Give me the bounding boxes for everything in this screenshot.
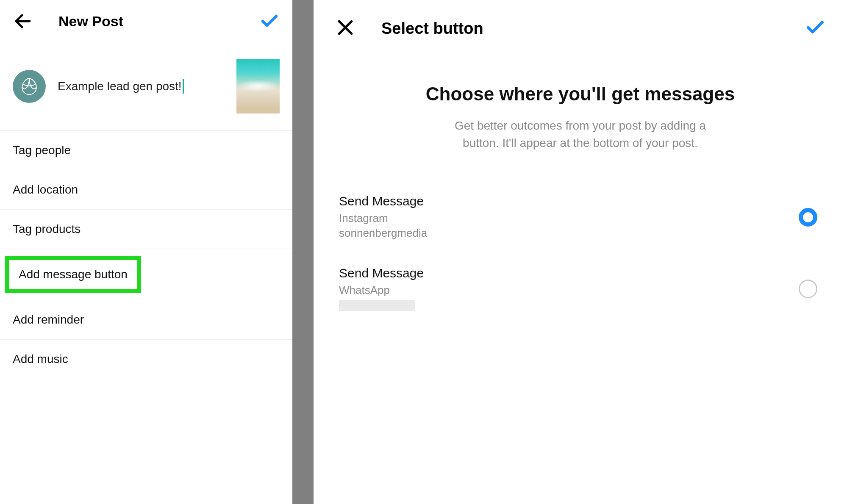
avatar[interactable] xyxy=(13,70,46,103)
back-button[interactable] xyxy=(13,11,33,32)
header: Select button xyxy=(314,0,847,53)
confirm-button[interactable] xyxy=(259,11,280,32)
row-add-location[interactable]: Add location xyxy=(0,170,292,210)
row-label: Add reminder xyxy=(13,313,84,326)
page-title: New Post xyxy=(58,13,123,30)
row-label: Add location xyxy=(13,183,78,196)
arrow-left-icon xyxy=(13,11,33,32)
redacted-account xyxy=(339,300,415,311)
choice-platform: Instagram xyxy=(339,211,799,226)
check-icon xyxy=(259,11,280,32)
row-add-message-button-container: Add message button xyxy=(0,249,292,300)
row-add-message-button[interactable]: Add message button xyxy=(5,256,141,293)
compose-row: Example lead gen post! xyxy=(0,42,292,131)
choice-info: Send Message Instagram sonnenbergmedia xyxy=(339,194,799,241)
choice-list: Send Message Instagram sonnenbergmedia S… xyxy=(339,181,822,324)
header: New Post xyxy=(0,0,292,42)
section-subtext: Get better outcomes from your post by ad… xyxy=(445,117,716,152)
panel-divider xyxy=(292,0,314,504)
section-heading: Choose where you'll get messages xyxy=(339,82,822,105)
choice-account: sonnenbergmedia xyxy=(339,226,799,241)
choice-info: Send Message WhatsApp xyxy=(339,266,799,311)
row-tag-people[interactable]: Tag people xyxy=(0,131,292,170)
choice-platform: WhatsApp xyxy=(339,283,799,298)
select-button-screen: Select button Choose where you'll get me… xyxy=(314,0,847,504)
row-add-reminder[interactable]: Add reminder xyxy=(0,300,292,340)
close-icon xyxy=(335,17,356,38)
body: Choose where you'll get messages Get bet… xyxy=(314,53,847,324)
page-title: Select button xyxy=(381,19,483,38)
choice-title: Send Message xyxy=(339,194,799,208)
radio-unselected[interactable] xyxy=(799,280,817,298)
row-add-music[interactable]: Add music xyxy=(0,340,292,379)
text-cursor xyxy=(183,79,184,94)
radio-selected[interactable] xyxy=(799,208,817,227)
row-label: Add music xyxy=(13,352,68,366)
post-thumbnail[interactable] xyxy=(236,59,280,114)
row-label: Tag people xyxy=(13,144,71,157)
confirm-button[interactable] xyxy=(805,17,826,40)
row-label: Add message button xyxy=(19,268,128,281)
choice-whatsapp[interactable]: Send Message WhatsApp xyxy=(339,253,817,324)
check-icon xyxy=(805,17,826,38)
choice-title: Send Message xyxy=(339,266,799,280)
row-label: Tag products xyxy=(13,222,81,235)
close-button[interactable] xyxy=(335,17,356,40)
avatar-icon xyxy=(19,76,39,97)
row-tag-products[interactable]: Tag products xyxy=(0,210,292,249)
caption-input[interactable]: Example lead gen post! xyxy=(58,79,228,94)
caption-text: Example lead gen post! xyxy=(58,80,182,93)
choice-instagram[interactable]: Send Message Instagram sonnenbergmedia xyxy=(339,181,817,253)
new-post-screen: New Post Example lead gen post! xyxy=(0,0,292,504)
